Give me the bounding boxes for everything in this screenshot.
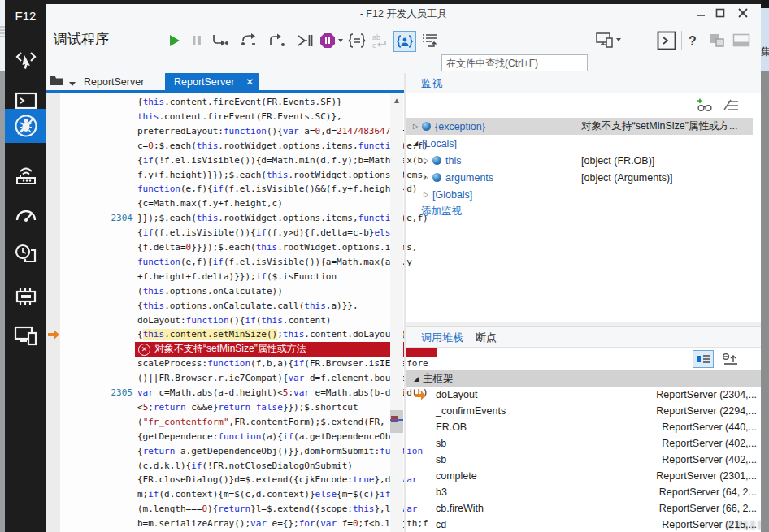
step-out-icon[interactable] (264, 31, 289, 50)
watch-name: {exception} (435, 121, 485, 132)
code-lines: {this.content.fireEvent(FR.Events.SF)}th… (46, 93, 404, 532)
minimize-button[interactable] (694, 6, 707, 19)
stack-frame-cd[interactable]: cdReportServer (215,... (406, 517, 761, 532)
breakpoints-icon[interactable] (345, 31, 369, 50)
sidebar-item-emulation[interactable] (5, 318, 46, 353)
sidebar-item-network[interactable] (5, 158, 46, 192)
sidebar-item-performance[interactable] (5, 197, 46, 231)
collapsed-icon[interactable]: ▷ (422, 191, 430, 198)
frame-location: ReportServer (2304,... (656, 389, 757, 400)
collapsed-icon[interactable]: ▷ (411, 123, 419, 130)
stack-frame-sb[interactable]: sbReportServer (402,... (406, 436, 761, 452)
clear-watch-icon[interactable] (723, 97, 740, 115)
collapsed-icon[interactable]: ▷ (422, 174, 430, 181)
source-maps-icon[interactable] (418, 31, 442, 50)
sidebar-item-dom-explorer[interactable] (5, 42, 46, 76)
watch-panel-header: 监视 (406, 73, 761, 93)
continue-icon[interactable] (163, 31, 187, 50)
tab-close-icon[interactable]: ✕ (245, 77, 254, 87)
watch-value: [object (FR.OB)] (581, 155, 654, 167)
code-line: (this.options.onCalculate)) (46, 284, 404, 299)
frame-location: ReportServer (440,... (662, 422, 757, 433)
stack-frame-doLayout[interactable]: doLayoutReportServer (2304,... (406, 387, 761, 404)
code-line: {FR.closeDialog()}d=$.extend({cjkEncode:… (46, 473, 404, 487)
callstack-panel-header: 调用堆栈 断点 (406, 327, 761, 348)
sidebar-item-ui-responsiveness[interactable] (5, 236, 46, 270)
dom-explorer-icon (15, 48, 37, 71)
stack-frame-complete[interactable]: completeReportServer (2301,... (406, 469, 761, 485)
stack-frame-cb.fireWith[interactable]: cb.fireWithReportServer (66, 2... (406, 501, 761, 517)
watch-value: 对象不支持“setMinSize”属性或方... (581, 119, 737, 133)
target-device-icon[interactable] (596, 31, 622, 50)
break-icon (185, 31, 209, 50)
exception-control-icon[interactable] (319, 31, 343, 50)
watch-name: [Globals] (432, 189, 472, 201)
help-icon[interactable]: ? (688, 31, 699, 50)
dock-icon[interactable] (732, 31, 750, 50)
watch-panel-title: 监视 (421, 76, 442, 91)
sidebar-item-memory[interactable] (5, 279, 46, 314)
code-line: ("fr_contentform",FR.contentForm);$.exte… (46, 415, 404, 430)
add-watch-icon[interactable] (696, 97, 714, 115)
stack-frame-sb[interactable]: sbReportServer (402,... (406, 452, 761, 469)
watch-name: arguments (445, 172, 493, 184)
tab-call-stack[interactable]: 调用堆栈 (421, 331, 463, 345)
code-line: (m.length===0){return}l=$.extend({scope:… (46, 502, 404, 517)
code-line: {f.delta=0}}});$.each(this.rootWidget.op… (46, 240, 404, 255)
object-icon (422, 122, 431, 131)
memory-icon (14, 286, 38, 307)
watch-row-exception[interactable]: ▷{exception}对象不支持“setMinSize”属性或方... (406, 118, 753, 135)
editor-scrollbar[interactable] (390, 93, 403, 532)
collapsed-icon[interactable]: ▷ (422, 157, 430, 164)
current-frame-arrow-icon (415, 391, 426, 400)
watch-name: [Locals] (422, 138, 457, 149)
maximize-button[interactable] (714, 6, 727, 19)
watch-row-locals[interactable]: ◢[Locals] (406, 135, 753, 152)
code-line: (c,d,k,l){if(!FR.notCloseDialogOnSubmit) (46, 459, 404, 474)
watch-row-arguments[interactable]: ▷arguments[object (Arguments)] (406, 169, 763, 186)
frame-group-row[interactable]: ◢ 主框架 (406, 370, 761, 387)
code-line: {return a.getDependenceObj()}},domFormSu… (46, 444, 404, 459)
object-icon (432, 173, 441, 182)
tab-breakpoints[interactable]: 断点 (476, 331, 497, 345)
code-line: 2304}});$.each(this.rootWidget.options.i… (46, 211, 404, 226)
expanded-icon: ◢ (412, 375, 420, 383)
background-window-right-sliver (761, 0, 769, 532)
scrollbar-thumb[interactable] (390, 410, 403, 433)
add-watch-link[interactable]: 添加监视 (421, 205, 462, 218)
break-on-new-worker-icon[interactable] (293, 31, 317, 50)
close-button[interactable] (736, 6, 749, 19)
code-line: function(e,f){if(f.el.isVisible()){a=Mat… (46, 255, 404, 270)
step-into-icon[interactable] (207, 31, 232, 50)
frame-name: sb (436, 438, 446, 449)
show-external-code-icon[interactable] (693, 350, 714, 368)
frame-name: _confirmEvents (436, 405, 506, 417)
frame-location: ReportServer (402,... (662, 454, 757, 465)
step-over-icon[interactable] (237, 31, 261, 50)
find-in-files-input[interactable] (441, 54, 588, 71)
frame-location: ReportServer (66, 2... (659, 503, 757, 514)
break-on-first-chance-icon[interactable] (722, 350, 738, 368)
code-line: +f.height+f.delta)}});if($.isFunction (46, 270, 404, 284)
window-title: - F12 开发人员工具 (46, 7, 761, 21)
frame-name: cd (436, 519, 446, 530)
console-panel-icon[interactable] (657, 31, 676, 50)
stack-frame-FR.OB[interactable]: FR.OBReportServer (440,... (406, 420, 761, 436)
tab-reportserver[interactable]: ReportServer ✕ (165, 73, 259, 90)
scrollbar-position-marker (390, 419, 403, 421)
f12-logo: F12 (5, 6, 46, 26)
code-line: c=0;$.each(this.rootWidget.options.items… (46, 139, 404, 154)
unpin-icon[interactable] (709, 31, 727, 50)
sidebar-item-debugger[interactable] (5, 109, 46, 143)
stack-frame-b3[interactable]: b3ReportServer (64, 2... (406, 485, 761, 501)
watch-row-this[interactable]: ▷this[object (FR.OB)] (406, 152, 763, 169)
frame-name: doLayout (436, 389, 477, 400)
stack-frame-_confirmEvents[interactable]: _confirmEventsReportServer (2294,... (406, 404, 761, 420)
expanded-icon[interactable]: ◢ (411, 140, 419, 147)
frame-location: ReportServer (402,... (662, 438, 757, 449)
file-picker-tab[interactable]: ReportServer (49, 74, 146, 90)
scrollbar-up-icon[interactable]: ▲ (390, 94, 403, 107)
code-line: this.content.fireEvent(FR.Events.SC)}, (46, 110, 404, 124)
watch-row-globals[interactable]: ▷[Globals] (406, 186, 763, 203)
just-my-code-icon[interactable] (393, 31, 416, 52)
